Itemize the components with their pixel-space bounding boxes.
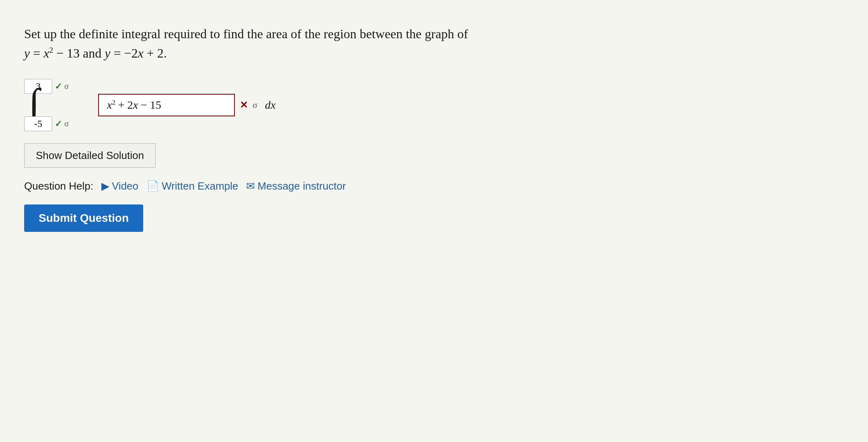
- lower-bound-input[interactable]: -5: [24, 116, 52, 131]
- written-example-link[interactable]: 📄 Written Example: [146, 180, 238, 192]
- dx-label: dx: [262, 99, 276, 112]
- integral-section: 3 ✓ σ ∫ -5 ✓ σ x2 + 2x − 15 ✕ σ dx: [24, 79, 507, 131]
- question-help-label: Question Help:: [24, 180, 93, 192]
- integrand-area: x2 + 2x − 15 ✕ σ dx: [98, 94, 276, 116]
- upper-sigma-icon[interactable]: σ: [64, 82, 69, 91]
- lower-bound-box: -5 ✓ σ: [24, 116, 69, 131]
- show-solution-button[interactable]: Show Detailed Solution: [24, 143, 156, 168]
- main-container: Set up the definite integral required to…: [24, 16, 507, 240]
- mail-icon: ✉: [246, 180, 255, 192]
- integrand-wrapper: x2 + 2x − 15: [98, 94, 235, 116]
- clear-integrand-button[interactable]: ✕: [240, 99, 248, 111]
- lower-checkmark: ✓: [55, 119, 62, 129]
- submit-button[interactable]: Submit Question: [24, 204, 143, 232]
- video-text: Video: [112, 180, 138, 192]
- video-icon: ▶: [101, 180, 109, 192]
- upper-checkmark: ✓: [55, 81, 62, 92]
- written-example-text: Written Example: [162, 180, 238, 192]
- problem-line1: Set up the definite integral required to…: [24, 27, 468, 41]
- document-icon: 📄: [146, 180, 159, 192]
- video-link[interactable]: ▶ Video: [101, 180, 138, 192]
- question-help-row: Question Help: ▶ Video 📄 Written Example…: [24, 180, 507, 192]
- bounds-column: 3 ✓ σ ∫ -5 ✓ σ: [24, 79, 88, 131]
- message-instructor-text: Message instructor: [257, 180, 346, 192]
- integrand-display: x2 + 2x − 15: [107, 99, 161, 111]
- integrand-sigma-icon[interactable]: σ: [253, 100, 257, 110]
- message-instructor-link[interactable]: ✉ Message instructor: [246, 180, 346, 192]
- problem-statement: Set up the definite integral required to…: [24, 24, 507, 63]
- lower-sigma-icon[interactable]: σ: [64, 119, 69, 128]
- problem-line2: y = x2 − 13 and y = −2x + 2.: [24, 46, 167, 60]
